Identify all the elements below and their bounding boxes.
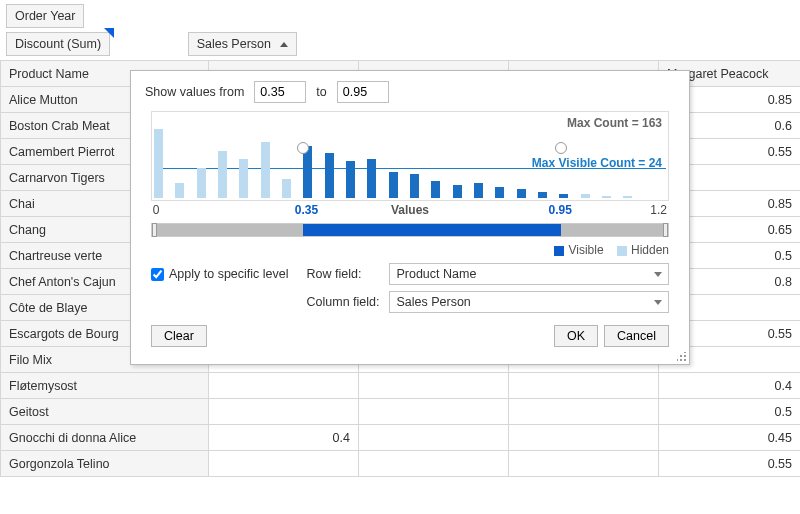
row-header[interactable]: Fløtemysost [1,373,209,399]
range-from-handle[interactable] [297,142,309,154]
filter-popup: Show values from to Max Count = 163 Max … [130,70,690,365]
clear-button[interactable]: Clear [151,325,207,347]
row-header[interactable]: Gnocchi di donna Alice [1,425,209,451]
table-row: Gnocchi di donna Alice0.40.45 [1,425,801,451]
sales-person-label: Sales Person [197,37,271,51]
chevron-down-icon [654,300,662,305]
filter-active-icon [104,28,114,38]
chevron-down-icon [654,272,662,277]
legend-hidden-swatch [617,246,627,256]
cancel-button[interactable]: Cancel [604,325,669,347]
from-input[interactable] [254,81,306,103]
to-label: to [316,85,326,99]
range-grip-max[interactable] [663,223,668,237]
range-grip-min[interactable] [152,223,157,237]
table-row: Geitost0.5 [1,399,801,425]
range-to-handle[interactable] [555,142,567,154]
apply-specific-level-checkbox[interactable]: Apply to specific level [151,263,289,281]
histogram-chart[interactable]: Max Count = 163 Max Visible Count = 24 [151,111,669,201]
sort-asc-icon [280,42,288,47]
column-field-label: Column field: [307,295,380,309]
legend-visible-swatch [554,246,564,256]
row-header[interactable]: Gorgonzola Telino [1,451,209,477]
sales-person-field[interactable]: Sales Person [188,32,298,56]
chart-axis-ticks: 0 0.35 Values 0.95 1.2 [151,203,669,219]
to-input[interactable] [337,81,389,103]
table-row: Gorgonzola Telino0.55 [1,451,801,477]
order-year-field[interactable]: Order Year [6,4,84,28]
row-field-label: Row field: [307,267,380,281]
column-field-combo[interactable]: Sales Person [389,291,669,313]
discount-sum-field[interactable]: Discount (Sum) [6,32,110,56]
row-field-combo[interactable]: Product Name [389,263,669,285]
show-values-from-label: Show values from [145,85,244,99]
table-row: Fløtemysost0.4 [1,373,801,399]
range-slider[interactable] [151,223,669,237]
row-header[interactable]: Geitost [1,399,209,425]
ok-button[interactable]: OK [554,325,598,347]
resize-grip-icon[interactable] [677,352,687,362]
